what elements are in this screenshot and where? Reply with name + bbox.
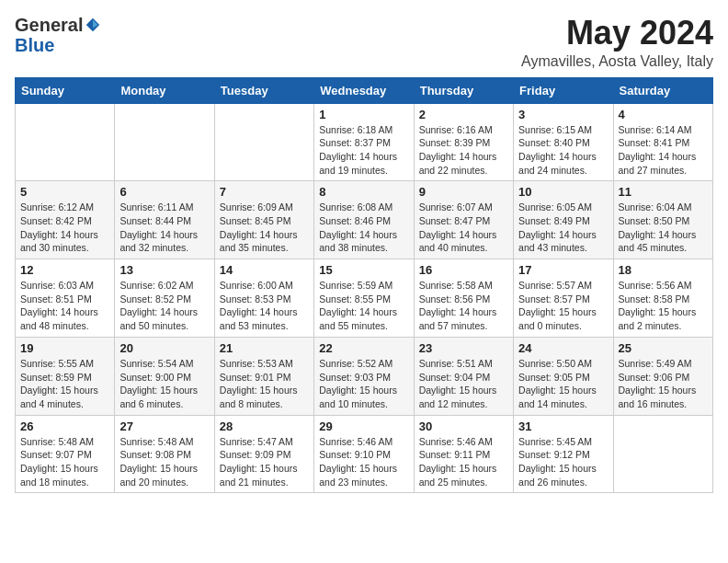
table-row: 24Sunrise: 5:50 AM Sunset: 9:05 PM Dayli… [514, 337, 613, 415]
day-info: Sunrise: 5:53 AM Sunset: 9:01 PM Dayligh… [220, 357, 309, 411]
table-row [16, 103, 115, 181]
table-row: 17Sunrise: 5:57 AM Sunset: 8:57 PM Dayli… [514, 259, 613, 338]
day-info: Sunrise: 5:52 AM Sunset: 9:03 PM Dayligh… [319, 357, 408, 411]
day-number: 19 [20, 341, 109, 355]
day-info: Sunrise: 5:59 AM Sunset: 8:55 PM Dayligh… [319, 279, 408, 333]
day-number: 3 [518, 108, 608, 121]
table-row: 23Sunrise: 5:51 AM Sunset: 9:04 PM Dayli… [414, 337, 513, 415]
logo: General Blue [15, 15, 101, 55]
table-row: 26Sunrise: 5:48 AM Sunset: 9:07 PM Dayli… [16, 415, 115, 493]
day-info: Sunrise: 5:57 AM Sunset: 8:57 PM Dayligh… [518, 279, 608, 333]
day-number: 23 [419, 341, 508, 355]
table-row [115, 103, 214, 181]
calendar-week-4: 26Sunrise: 5:48 AM Sunset: 9:07 PM Dayli… [16, 415, 713, 493]
day-number: 2 [419, 108, 508, 121]
day-number: 7 [220, 185, 309, 199]
table-row: 2Sunrise: 6:16 AM Sunset: 8:39 PM Daylig… [414, 103, 513, 181]
day-number: 9 [419, 185, 508, 199]
table-row: 25Sunrise: 5:49 AM Sunset: 9:06 PM Dayli… [613, 337, 712, 415]
calendar-week-2: 12Sunrise: 6:03 AM Sunset: 8:51 PM Dayli… [16, 259, 713, 338]
table-row: 6Sunrise: 6:11 AM Sunset: 8:44 PM Daylig… [115, 181, 214, 259]
day-number: 10 [518, 185, 608, 199]
table-row: 18Sunrise: 5:56 AM Sunset: 8:58 PM Dayli… [613, 259, 712, 338]
day-number: 28 [220, 419, 309, 433]
day-info: Sunrise: 6:15 AM Sunset: 8:40 PM Dayligh… [518, 123, 608, 178]
table-row: 7Sunrise: 6:09 AM Sunset: 8:45 PM Daylig… [214, 181, 313, 259]
day-info: Sunrise: 5:49 AM Sunset: 9:06 PM Dayligh… [619, 357, 708, 411]
col-saturday: Saturday [613, 77, 712, 103]
calendar-week-1: 5Sunrise: 6:12 AM Sunset: 8:42 PM Daylig… [16, 181, 713, 259]
day-number: 20 [119, 341, 209, 355]
day-number: 17 [518, 263, 608, 277]
table-row [214, 103, 313, 181]
day-number: 4 [619, 108, 708, 121]
day-info: Sunrise: 5:47 AM Sunset: 9:09 PM Dayligh… [220, 435, 309, 489]
day-info: Sunrise: 5:54 AM Sunset: 9:00 PM Dayligh… [119, 357, 209, 411]
day-info: Sunrise: 5:46 AM Sunset: 9:11 PM Dayligh… [419, 435, 508, 489]
day-number: 30 [419, 419, 508, 433]
day-number: 12 [20, 263, 109, 277]
day-number: 27 [119, 419, 209, 433]
day-info: Sunrise: 6:03 AM Sunset: 8:51 PM Dayligh… [20, 279, 109, 333]
col-wednesday: Wednesday [314, 77, 414, 103]
day-number: 15 [319, 263, 408, 277]
col-sunday: Sunday [16, 77, 115, 103]
table-row: 4Sunrise: 6:14 AM Sunset: 8:41 PM Daylig… [613, 103, 712, 181]
table-row: 19Sunrise: 5:55 AM Sunset: 8:59 PM Dayli… [16, 337, 115, 415]
table-row: 11Sunrise: 6:04 AM Sunset: 8:50 PM Dayli… [613, 181, 712, 259]
day-number: 11 [619, 185, 708, 199]
day-number: 8 [319, 185, 408, 199]
day-info: Sunrise: 5:56 AM Sunset: 8:58 PM Dayligh… [619, 279, 708, 333]
day-info: Sunrise: 6:11 AM Sunset: 8:44 PM Dayligh… [119, 201, 209, 255]
table-row: 13Sunrise: 6:02 AM Sunset: 8:52 PM Dayli… [115, 259, 214, 338]
month-title: May 2024 [521, 15, 713, 52]
table-row: 22Sunrise: 5:52 AM Sunset: 9:03 PM Dayli… [314, 337, 414, 415]
day-info: Sunrise: 6:16 AM Sunset: 8:39 PM Dayligh… [419, 123, 508, 178]
day-number: 5 [20, 185, 109, 199]
day-info: Sunrise: 5:48 AM Sunset: 9:08 PM Dayligh… [119, 435, 209, 489]
table-row: 30Sunrise: 5:46 AM Sunset: 9:11 PM Dayli… [414, 415, 513, 493]
day-info: Sunrise: 6:08 AM Sunset: 8:46 PM Dayligh… [319, 201, 408, 255]
day-info: Sunrise: 5:58 AM Sunset: 8:56 PM Dayligh… [419, 279, 508, 333]
day-info: Sunrise: 6:07 AM Sunset: 8:47 PM Dayligh… [419, 201, 508, 255]
day-number: 13 [119, 263, 209, 277]
day-info: Sunrise: 6:02 AM Sunset: 8:52 PM Dayligh… [119, 279, 209, 333]
table-row: 12Sunrise: 6:03 AM Sunset: 8:51 PM Dayli… [16, 259, 115, 338]
day-number: 25 [619, 341, 708, 355]
calendar-week-0: 1Sunrise: 6:18 AM Sunset: 8:37 PM Daylig… [16, 103, 713, 181]
table-row: 31Sunrise: 5:45 AM Sunset: 9:12 PM Dayli… [514, 415, 613, 493]
day-number: 31 [518, 419, 608, 433]
day-info: Sunrise: 5:46 AM Sunset: 9:10 PM Dayligh… [319, 435, 408, 489]
day-info: Sunrise: 6:14 AM Sunset: 8:41 PM Dayligh… [619, 123, 708, 178]
table-row: 15Sunrise: 5:59 AM Sunset: 8:55 PM Dayli… [314, 259, 414, 338]
day-number: 14 [220, 263, 309, 277]
col-monday: Monday [115, 77, 214, 103]
day-number: 21 [220, 341, 309, 355]
table-row: 20Sunrise: 5:54 AM Sunset: 9:00 PM Dayli… [115, 337, 214, 415]
col-friday: Friday [514, 77, 613, 103]
day-number: 26 [20, 419, 109, 433]
day-info: Sunrise: 5:55 AM Sunset: 8:59 PM Dayligh… [20, 357, 109, 411]
logo-icon [85, 17, 101, 33]
day-info: Sunrise: 5:48 AM Sunset: 9:07 PM Dayligh… [20, 435, 109, 489]
day-info: Sunrise: 5:51 AM Sunset: 9:04 PM Dayligh… [419, 357, 508, 411]
table-row: 9Sunrise: 6:07 AM Sunset: 8:47 PM Daylig… [414, 181, 513, 259]
day-info: Sunrise: 6:12 AM Sunset: 8:42 PM Dayligh… [20, 201, 109, 255]
day-info: Sunrise: 6:09 AM Sunset: 8:45 PM Dayligh… [220, 201, 309, 255]
table-row: 16Sunrise: 5:58 AM Sunset: 8:56 PM Dayli… [414, 259, 513, 338]
day-info: Sunrise: 6:04 AM Sunset: 8:50 PM Dayligh… [619, 201, 708, 255]
day-number: 29 [319, 419, 408, 433]
calendar-table: Sunday Monday Tuesday Wednesday Thursday… [15, 77, 713, 494]
day-info: Sunrise: 5:45 AM Sunset: 9:12 PM Dayligh… [518, 435, 608, 489]
table-row: 10Sunrise: 6:05 AM Sunset: 8:49 PM Dayli… [514, 181, 613, 259]
day-info: Sunrise: 6:18 AM Sunset: 8:37 PM Dayligh… [319, 123, 408, 178]
table-row: 3Sunrise: 6:15 AM Sunset: 8:40 PM Daylig… [514, 103, 613, 181]
calendar-week-3: 19Sunrise: 5:55 AM Sunset: 8:59 PM Dayli… [16, 337, 713, 415]
day-info: Sunrise: 6:00 AM Sunset: 8:53 PM Dayligh… [220, 279, 309, 333]
logo-general: General [15, 15, 83, 35]
table-row [613, 415, 712, 493]
calendar-header-row: Sunday Monday Tuesday Wednesday Thursday… [16, 77, 713, 103]
col-tuesday: Tuesday [214, 77, 313, 103]
day-number: 22 [319, 341, 408, 355]
table-row: 1Sunrise: 6:18 AM Sunset: 8:37 PM Daylig… [314, 103, 414, 181]
